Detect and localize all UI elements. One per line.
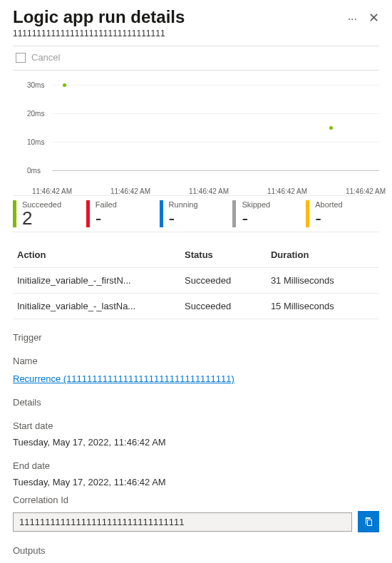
status-stripe (86, 200, 90, 227)
cell-duration: 31 Milliseconds (267, 268, 379, 294)
status-value: - (315, 209, 343, 227)
x-tick-0: 11:46:42 AM (32, 187, 72, 195)
correlation-id-label: Correlation Id (13, 495, 379, 505)
cancel-label: Cancel (31, 52, 60, 63)
status-item-failed[interactable]: Failed- (86, 196, 160, 232)
cancel-icon (16, 53, 26, 63)
y-tick-0: 0ms (27, 167, 41, 175)
status-item-aborted[interactable]: Aborted- (306, 196, 379, 232)
y-tick-30: 30ms (27, 81, 44, 89)
status-stripe (232, 200, 236, 227)
actions-table: Action Status Duration Initialize_variab… (13, 242, 379, 319)
cell-action: Initialize_variable_-_firstN... (13, 268, 180, 294)
x-tick-1: 11:46:42 AM (110, 187, 150, 195)
status-item-succeeded[interactable]: Succeeded2 (13, 196, 86, 232)
start-date-label: Start date (13, 420, 379, 431)
status-stripe (306, 200, 309, 227)
status-item-running[interactable]: Running- (160, 196, 233, 232)
end-date-value: Tuesday, May 17, 2022, 11:46:42 AM (13, 477, 379, 487)
chart-point (63, 83, 66, 87)
trigger-link[interactable]: Recurrence (1111111111111111111111111111… (13, 373, 379, 384)
copy-icon (363, 516, 374, 527)
run-id-subtitle: 11111111111111111111111111111111 (13, 29, 341, 38)
cell-status: Succeeded (180, 294, 267, 319)
outputs-section-label: Outputs (13, 545, 379, 556)
page-title: Logic app run details (13, 7, 341, 27)
cell-duration: 15 Milliseconds (267, 294, 379, 319)
col-action[interactable]: Action (13, 242, 180, 268)
status-summary-bar: Succeeded2Failed-Running-Skipped-Aborted… (13, 195, 379, 232)
trigger-name-label: Name (13, 356, 379, 366)
x-tick-3: 11:46:42 AM (267, 187, 307, 195)
status-value: 2 (22, 209, 61, 227)
trigger-section-label: Trigger (13, 332, 379, 343)
col-status[interactable]: Status (180, 242, 267, 268)
col-duration[interactable]: Duration (267, 242, 379, 268)
cell-status: Succeeded (180, 268, 267, 294)
start-date-value: Tuesday, May 17, 2022, 11:46:42 AM (13, 437, 379, 448)
table-row[interactable]: Initialize_variable_-_firstN...Succeeded… (13, 268, 379, 294)
more-actions-button[interactable]: ··· (348, 13, 357, 26)
cancel-command[interactable]: Cancel (13, 46, 379, 70)
status-value: - (242, 209, 270, 227)
correlation-id-input[interactable] (13, 512, 352, 532)
x-tick-4: 11:46:42 AM (346, 187, 386, 195)
copy-button[interactable] (358, 511, 379, 532)
status-stripe (13, 200, 16, 227)
status-value: - (96, 209, 117, 227)
duration-chart: 30ms 20ms 10ms 0ms 11:46:42 AM 11:46:42 … (13, 78, 379, 195)
y-tick-10: 10ms (27, 138, 44, 146)
status-item-skipped[interactable]: Skipped- (232, 196, 306, 232)
table-row[interactable]: Initialize_variable_-_lastNa...Succeeded… (13, 294, 379, 319)
y-tick-20: 20ms (27, 110, 44, 118)
close-button[interactable]: ✕ (368, 10, 379, 26)
status-stripe (160, 200, 163, 227)
cell-action: Initialize_variable_-_lastNa... (13, 294, 180, 319)
details-section-label: Details (13, 397, 379, 408)
x-tick-2: 11:46:42 AM (189, 187, 229, 195)
status-value: - (169, 209, 198, 227)
end-date-label: End date (13, 460, 379, 471)
chart-point (329, 126, 333, 130)
actions-tbody: Initialize_variable_-_firstN...Succeeded… (13, 268, 379, 319)
